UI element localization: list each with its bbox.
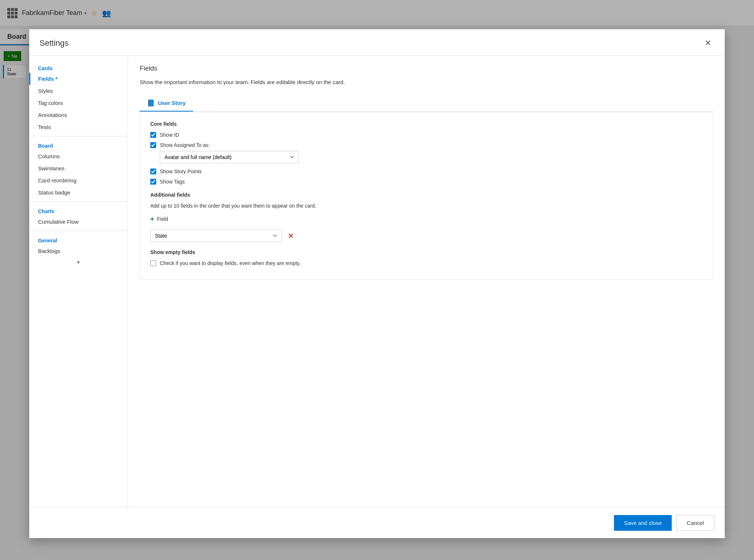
user-story-book-icon: 📘 — [147, 99, 155, 107]
show-empty-fields-checkbox[interactable] — [150, 260, 156, 266]
show-assigned-to-row: Show Assigned To as: — [150, 142, 702, 148]
add-field-button[interactable]: + Field — [150, 214, 168, 224]
show-id-checkbox[interactable] — [150, 132, 156, 138]
content-scroll-area[interactable]: Core fields Show ID Show Assigned To as:… — [140, 112, 713, 280]
main-content: Fields Show the important information to… — [128, 56, 725, 507]
show-tags-label: Show Tags — [160, 179, 185, 185]
assigned-to-dropdown[interactable]: Avatar and full name (default) Avatar on… — [160, 151, 299, 163]
sidebar-section-board[interactable]: Board — [29, 139, 128, 150]
sidebar-item-backlogs-label: Backlogs — [38, 248, 60, 254]
sidebar-divider-3 — [29, 231, 128, 231]
sidebar-item-swimlanes-label: Swimlanes — [38, 165, 65, 171]
sidebar-item-tag-colors[interactable]: Tag colors — [29, 97, 128, 109]
sidebar-item-tag-colors-label: Tag colors — [38, 100, 63, 106]
show-empty-fields-label: Check if you want to display fields, eve… — [160, 260, 301, 266]
sidebar-item-fields[interactable]: Fields * — [29, 73, 128, 85]
show-empty-fields-row: Check if you want to display fields, eve… — [150, 260, 702, 266]
tab-bar: 📘 User Story — [140, 95, 713, 112]
additional-fields-section: Additional fields Add up to 10 fields in… — [150, 192, 702, 242]
modal-header: Settings ✕ — [29, 29, 725, 56]
state-field-row: State Priority Iteration Area ✕ — [150, 230, 702, 242]
sidebar-section-cards[interactable]: Cards — [29, 62, 128, 73]
delete-state-field-button[interactable]: ✕ — [286, 231, 296, 241]
sidebar-scroll-arrow: ▼ — [29, 257, 128, 268]
show-assigned-to-checkbox[interactable] — [150, 142, 156, 148]
sidebar-item-status-badge-label: Status badge — [38, 189, 70, 196]
fields-description: Show the important information to your t… — [140, 78, 713, 87]
add-field-label: Field — [157, 216, 168, 222]
modal-title: Settings — [39, 38, 69, 48]
sidebar-item-tests-label: Tests — [38, 124, 51, 130]
sidebar-item-columns[interactable]: Columns — [29, 150, 128, 162]
sidebar-item-cumulative-flow[interactable]: Cumulative Flow — [29, 216, 128, 228]
show-assigned-to-label: Show Assigned To as: — [160, 142, 210, 148]
sidebar: Cards Fields * Styles Tag colors Annotat… — [29, 56, 128, 507]
tab-user-story-label: User Story — [158, 100, 186, 106]
sidebar-divider-2 — [29, 201, 128, 202]
sidebar-section-general[interactable]: General — [29, 234, 128, 245]
state-field-dropdown[interactable]: State Priority Iteration Area — [150, 230, 282, 242]
sidebar-item-annotations[interactable]: Annotations — [29, 109, 128, 121]
additional-fields-heading: Additional fields — [150, 192, 702, 198]
show-story-points-row: Show Story Points — [150, 169, 702, 174]
core-fields-heading: Core fields — [150, 121, 702, 127]
sidebar-item-tests[interactable]: Tests — [29, 121, 128, 133]
sidebar-item-status-badge[interactable]: Status badge — [29, 186, 128, 198]
content-inner: Core fields Show ID Show Assigned To as:… — [140, 112, 713, 279]
cancel-button[interactable]: Cancel — [676, 515, 715, 531]
show-story-points-label: Show Story Points — [160, 169, 201, 174]
show-tags-checkbox[interactable] — [150, 179, 156, 185]
tab-user-story[interactable]: 📘 User Story — [140, 95, 193, 111]
save-close-button[interactable]: Save and close — [614, 515, 672, 531]
sidebar-section-charts[interactable]: Charts — [29, 205, 128, 216]
sidebar-item-cumulative-flow-label: Cumulative Flow — [38, 219, 79, 225]
sidebar-item-columns-label: Columns — [38, 153, 60, 159]
show-empty-fields-section: Show empty fields Check if you want to d… — [150, 249, 702, 266]
settings-modal: Settings ✕ Cards Fields * Styles Tag col… — [29, 29, 725, 538]
fields-panel: Fields Show the important information to… — [128, 56, 725, 288]
close-button[interactable]: ✕ — [701, 37, 715, 50]
add-field-plus-icon: + — [150, 215, 154, 223]
assigned-to-dropdown-row: Avatar and full name (default) Avatar on… — [160, 151, 702, 163]
sidebar-item-styles[interactable]: Styles — [29, 85, 128, 97]
modal-footer: Save and close Cancel — [29, 507, 725, 538]
show-id-label: Show ID — [160, 132, 179, 138]
additional-fields-desc: Add up to 10 fields in the order that yo… — [150, 203, 702, 209]
sidebar-divider-1 — [29, 136, 128, 136]
sidebar-item-styles-label: Styles — [38, 88, 53, 94]
show-tags-row: Show Tags — [150, 179, 702, 185]
sidebar-item-fields-label: Fields * — [38, 76, 57, 82]
show-story-points-checkbox[interactable] — [150, 169, 156, 174]
sidebar-item-backlogs[interactable]: Backlogs — [29, 245, 128, 257]
fields-panel-title: Fields — [140, 65, 713, 72]
sidebar-item-card-reordering[interactable]: Card reordering — [29, 174, 128, 186]
show-empty-fields-heading: Show empty fields — [150, 249, 702, 255]
modal-body: Cards Fields * Styles Tag colors Annotat… — [29, 56, 725, 507]
sidebar-item-card-reordering-label: Card reordering — [38, 177, 76, 183]
show-id-row: Show ID — [150, 132, 702, 138]
sidebar-item-swimlanes[interactable]: Swimlanes — [29, 162, 128, 174]
sidebar-item-annotations-label: Annotations — [38, 112, 67, 118]
